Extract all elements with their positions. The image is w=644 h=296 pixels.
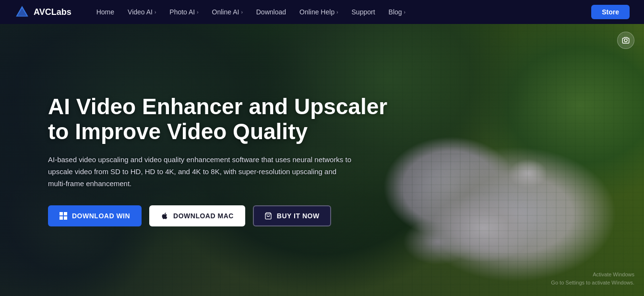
store-button[interactable]: Store bbox=[591, 5, 630, 19]
download-win-button[interactable]: DOWNLOAD WIN bbox=[48, 205, 142, 226]
nav-links: HomeVideo AI›Photo AI›Online AI›Download… bbox=[91, 5, 592, 19]
nav-item-home[interactable]: Home bbox=[91, 5, 120, 19]
svg-rect-6 bbox=[64, 216, 67, 220]
nav-item-video-ai[interactable]: Video AI› bbox=[122, 5, 162, 19]
hero-content: AI Video Enhancer and Upscaler to Improv… bbox=[48, 94, 387, 226]
chevron-down-icon: › bbox=[155, 10, 156, 15]
buy-now-button[interactable]: BUY IT NOW bbox=[253, 205, 331, 226]
svg-point-2 bbox=[624, 39, 627, 42]
svg-rect-4 bbox=[64, 212, 67, 215]
nav-item-download[interactable]: Download bbox=[250, 5, 292, 19]
download-mac-button[interactable]: DOWNLOAD MAC bbox=[149, 205, 245, 226]
hero-section: AI Video Enhancer and Upscaler to Improv… bbox=[0, 24, 644, 296]
svg-rect-3 bbox=[60, 212, 63, 215]
logo-text: AVCLabs bbox=[34, 7, 72, 17]
hero-title: AI Video Enhancer and Upscaler to Improv… bbox=[48, 94, 387, 144]
chevron-down-icon: › bbox=[336, 10, 338, 15]
nav-item-online-help[interactable]: Online Help› bbox=[294, 5, 344, 19]
hero-buttons: DOWNLOAD WIN DOWNLOAD MAC BUY IT NOW bbox=[48, 205, 387, 226]
chevron-down-icon: › bbox=[404, 10, 405, 15]
corner-icon-button[interactable] bbox=[617, 32, 634, 49]
nav-item-support[interactable]: Support bbox=[346, 5, 381, 19]
nav-item-blog[interactable]: Blog› bbox=[383, 5, 411, 19]
nav-item-photo-ai[interactable]: Photo AI› bbox=[164, 5, 204, 19]
chevron-down-icon: › bbox=[197, 10, 198, 15]
chevron-down-icon: › bbox=[241, 10, 242, 15]
windows-icon bbox=[60, 212, 67, 220]
svg-rect-5 bbox=[60, 216, 63, 220]
nav-item-online-ai[interactable]: Online AI› bbox=[206, 5, 249, 19]
watermark-line2: Go to Settings to activate Windows. bbox=[551, 279, 634, 287]
activate-watermark: Activate Windows Go to Settings to activ… bbox=[551, 271, 634, 286]
hero-description: AI-based video upscaling and video quali… bbox=[48, 154, 355, 189]
watermark-line1: Activate Windows bbox=[551, 271, 634, 279]
hero-title-line1: AI Video Enhancer and Upscaler bbox=[48, 94, 387, 118]
apple-icon bbox=[161, 212, 168, 220]
logo-icon bbox=[14, 4, 30, 20]
hero-title-line2: to Improve Video Quality bbox=[48, 119, 308, 144]
camera-icon bbox=[621, 36, 630, 45]
shopping-bag-icon bbox=[264, 212, 272, 220]
navbar: AVCLabs HomeVideo AI›Photo AI›Online AI›… bbox=[0, 0, 644, 24]
logo-link[interactable]: AVCLabs bbox=[14, 4, 72, 20]
